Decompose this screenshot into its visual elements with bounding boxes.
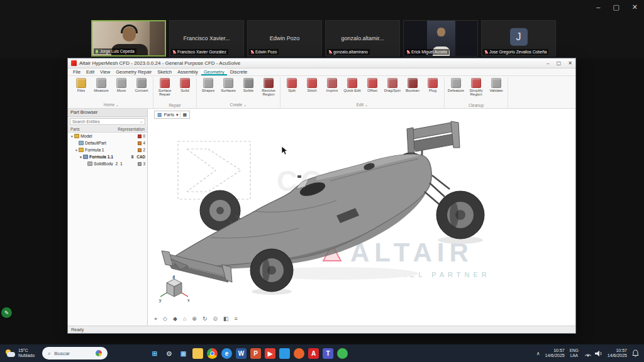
ribbon-tool-simplify-region[interactable]: Simplify Region xyxy=(467,77,485,97)
hidden-icons-button[interactable]: ∧ xyxy=(536,351,540,356)
close-button[interactable]: ✕ xyxy=(632,3,638,11)
node-icon xyxy=(87,162,92,166)
ribbon-tool-offset[interactable]: Offset xyxy=(364,77,381,97)
secondary-clock[interactable]: 10:57 14/6/2025 xyxy=(545,348,565,359)
tree-row[interactable]: ▾Formula 12 xyxy=(68,146,147,153)
participant-tile[interactable]: Francisco Xavier...Francisco Xavier Gonz… xyxy=(169,20,244,57)
taskbar-app-vscode[interactable] xyxy=(279,348,290,359)
zoom-view-icon[interactable]: ⊙ xyxy=(213,315,218,322)
participant-tile[interactable]: Erick Miguel Acosta xyxy=(403,20,478,57)
menu-item-view[interactable]: View xyxy=(97,69,113,75)
expander-icon[interactable]: ▾ xyxy=(79,155,83,159)
cad-close-button[interactable]: ✕ xyxy=(568,60,572,66)
taskbar-app-task-view[interactable]: ▣ xyxy=(178,348,189,359)
taskbar-app-word[interactable]: W xyxy=(236,348,247,359)
display-wireframe-icon[interactable]: ◇ xyxy=(163,315,167,322)
ribbon-tool-revolve-region[interactable]: Revolve Region xyxy=(260,77,277,97)
cad-minimize-button[interactable]: ‒ xyxy=(547,60,549,66)
fit-view-icon[interactable]: ⌂ xyxy=(183,315,186,322)
ribbon-tool-boolean[interactable]: Boolean xyxy=(404,77,421,97)
viewport-3d[interactable]: ▩ Parts ▾ ▦ CONAV S ALTA xyxy=(148,109,575,326)
participant-tile[interactable]: JJose Gregorio Zevallos Cobeña xyxy=(481,20,556,57)
ribbon-tool-quick-edit[interactable]: Quick Edit xyxy=(343,77,361,97)
ribbon-tool-stitch[interactable]: Stitch xyxy=(303,77,321,97)
taskbar-app-acrobat[interactable]: A xyxy=(308,348,319,359)
tool-label: Solid xyxy=(180,89,189,97)
taskbar-app-edge[interactable]: e xyxy=(221,348,232,359)
ribbon-tool-drag-spin[interactable]: Drag/Spin xyxy=(384,77,401,97)
annotation-pencil-button[interactable]: ✎ xyxy=(1,307,12,318)
ribbon-tool-move[interactable]: Move xyxy=(113,77,130,97)
taskbar-app-youtube[interactable]: ▶ xyxy=(265,348,275,359)
view-options-icon[interactable]: ≡ xyxy=(235,315,238,322)
ribbon-tool-imprint[interactable]: Imprint xyxy=(323,77,341,97)
taskbar-app-start[interactable]: ⊞ xyxy=(149,348,160,359)
menu-item-file[interactable]: File xyxy=(70,69,83,75)
section-view-icon[interactable]: ◧ xyxy=(223,315,229,322)
column-parts[interactable]: Parts xyxy=(70,127,80,131)
menu-item-geometry-repair[interactable]: Geometry Repair xyxy=(113,69,154,75)
taskbar-weather-widget[interactable]: 15°C Nublado xyxy=(0,348,40,358)
ribbon-tool-surface-repair[interactable]: Surface Repair xyxy=(156,77,174,97)
ribbon-tool-surfaces[interactable]: Surfaces xyxy=(219,77,237,97)
column-representation[interactable]: Representation xyxy=(118,127,145,131)
participant-tile[interactable]: Edwin PozoEdwin Pozo xyxy=(247,20,322,57)
menu-item-edit[interactable]: Edit xyxy=(84,69,97,75)
tree-row[interactable]: ▾Formula 1.18CAD xyxy=(68,153,147,160)
expander-icon[interactable]: ▾ xyxy=(70,134,74,138)
filter-icon[interactable]: ▦ xyxy=(182,112,187,118)
cad-titlebar[interactable]: Altair HyperMesh CFD - 2023.0.0.24 - Gen… xyxy=(68,58,575,69)
ribbon-tool-defeature[interactable]: Defeature xyxy=(447,77,465,97)
color-chip[interactable] xyxy=(138,141,142,145)
notifications-bell-icon[interactable] xyxy=(632,349,639,357)
taskbar-app-search[interactable]: ⊙ xyxy=(164,348,174,359)
cad-maximize-button[interactable]: ▢ xyxy=(557,60,562,66)
ribbon-tool-files[interactable]: Files xyxy=(72,77,90,97)
select-filter-icon[interactable]: ⌖ xyxy=(154,315,157,322)
menu-item-sketch[interactable]: Sketch xyxy=(155,69,174,75)
color-chip[interactable] xyxy=(138,134,142,138)
taskbar-app-chrome[interactable] xyxy=(207,348,218,359)
ribbon-tool-shapes[interactable]: Shapes xyxy=(199,77,217,97)
menu-item-geometry[interactable]: Geometry xyxy=(201,69,227,75)
mouse-cursor xyxy=(281,146,289,156)
network-volume-icons[interactable] xyxy=(584,349,602,357)
participant-tile[interactable]: gonzalo.altamir...gonzalo.altamirano xyxy=(325,20,400,57)
participant-tile[interactable]: Jorge Luis Cepeda xyxy=(91,20,166,57)
color-chip[interactable] xyxy=(138,162,142,166)
orientation-triad[interactable]: x y z xyxy=(158,274,191,303)
language-indicator[interactable]: ENG LAA xyxy=(570,348,579,358)
ribbon-tool-convert[interactable]: Convert xyxy=(133,77,150,97)
search-entities-input[interactable] xyxy=(72,119,139,124)
ribbon-tool-plug[interactable]: Plug xyxy=(424,77,441,97)
part-browser-search[interactable]: ⌕ xyxy=(70,118,145,125)
color-chip[interactable] xyxy=(138,148,142,152)
pan-view-icon[interactable]: ⊕ xyxy=(192,315,197,322)
taskbar-clock[interactable]: 10:57 14/6/2025 xyxy=(608,348,627,359)
ribbon-tool-split[interactable]: Split xyxy=(283,77,301,97)
ribbon-tool-validate[interactable]: Validate xyxy=(487,77,505,97)
display-shaded-icon[interactable]: ◆ xyxy=(173,315,177,322)
ribbon-tool-solid[interactable]: Solid xyxy=(176,77,194,97)
taskbar-app-teams[interactable]: T xyxy=(323,348,333,359)
f1-car-model[interactable] xyxy=(148,109,575,326)
taskbar-search-box[interactable]: ⌕ Buscar xyxy=(42,347,108,359)
tree-row[interactable]: ▾Model0 xyxy=(68,133,147,140)
tool-icon xyxy=(287,78,297,88)
minimize-button[interactable]: – xyxy=(596,3,600,11)
entity-type-selector[interactable]: ▩ Parts ▾ ▦ xyxy=(154,111,190,119)
tool-label: Validate xyxy=(489,89,502,97)
maximize-button[interactable]: ▢ xyxy=(613,3,619,11)
ribbon-tool-measure[interactable]: Measure xyxy=(92,77,110,97)
tree-row[interactable]: DefaultPart4 xyxy=(68,140,147,146)
taskbar-app-whatsapp[interactable] xyxy=(337,348,348,359)
taskbar-app-powerpoint[interactable]: P xyxy=(250,348,261,359)
menu-item-discrete[interactable]: Discrete xyxy=(228,69,250,75)
taskbar-app-firefox[interactable] xyxy=(294,348,304,359)
taskbar-app-file-explorer[interactable] xyxy=(192,348,203,359)
rotate-view-icon[interactable]: ↻ xyxy=(203,315,208,322)
ribbon-tool-solids[interactable]: Solids xyxy=(240,77,257,97)
tree-row[interactable]: SolidBody_2_13 xyxy=(68,160,147,167)
expander-icon[interactable]: ▾ xyxy=(74,148,79,152)
menu-item-assembly[interactable]: Assembly xyxy=(175,69,201,75)
